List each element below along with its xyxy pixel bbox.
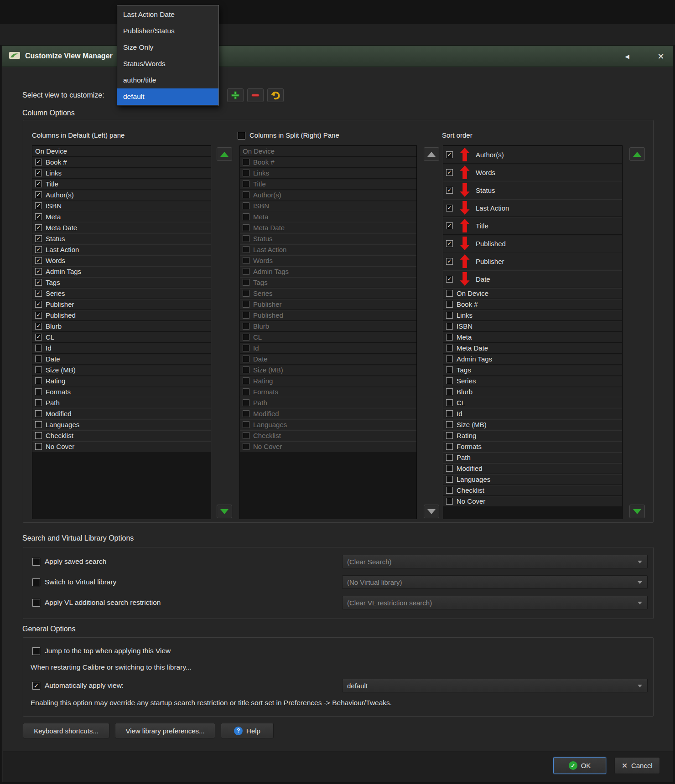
row-checkbox[interactable] — [446, 421, 453, 428]
row-checkbox[interactable] — [35, 334, 42, 340]
row-checkbox[interactable] — [446, 399, 453, 406]
row-checkbox[interactable] — [446, 377, 453, 384]
ok-button[interactable]: ✓ OK — [553, 757, 606, 774]
row-checkbox[interactable] — [446, 312, 453, 319]
row-checkbox[interactable] — [35, 268, 42, 275]
sort-row-formats[interactable]: Formats — [443, 441, 622, 452]
sort-order-list[interactable]: Author(s)WordsStatusLast ActionTitlePubl… — [443, 145, 623, 519]
jump-to-top-row[interactable]: Jump to the top when applying this View — [32, 644, 171, 658]
row-checkbox[interactable] — [35, 345, 42, 351]
sort-row-checklist[interactable]: Checklist — [443, 485, 622, 496]
sort-row-links[interactable]: Links — [443, 310, 622, 321]
sort-move-down-button[interactable] — [629, 505, 645, 518]
sort-row-no-cover[interactable]: No Cover — [443, 496, 622, 507]
menu-item-size-only[interactable]: Size Only — [117, 39, 218, 56]
row-checkbox[interactable] — [446, 432, 453, 439]
switch-virtual-library-row[interactable]: Switch to Virtual library — [32, 575, 116, 589]
row-checkbox[interactable] — [446, 258, 453, 265]
row-checkbox[interactable] — [35, 301, 42, 308]
row-checkbox[interactable] — [446, 388, 453, 395]
menu-item-publisher-status[interactable]: Publisher/Status — [117, 23, 218, 39]
row-checkbox[interactable] — [446, 356, 453, 362]
sort-row-date[interactable]: Date — [443, 270, 622, 288]
row-checkbox[interactable] — [35, 170, 42, 176]
sort-row-id[interactable]: Id — [443, 408, 622, 419]
remove-view-button[interactable] — [247, 88, 264, 102]
row-checkbox[interactable] — [446, 443, 453, 450]
row-checkbox[interactable] — [35, 290, 42, 297]
row-checkbox[interactable] — [35, 246, 42, 253]
virtual-library-dropdown[interactable]: (No Virtual library) — [342, 575, 648, 589]
column-row-publisher[interactable]: Publisher — [32, 299, 211, 310]
row-checkbox[interactable] — [35, 191, 42, 198]
sort-row-tags[interactable]: Tags — [443, 365, 622, 376]
column-row-date[interactable]: Date — [32, 354, 211, 365]
menu-item-author-title[interactable]: author/title — [117, 72, 218, 88]
row-checkbox[interactable] — [446, 205, 453, 211]
auto-apply-view-dropdown[interactable]: default — [342, 679, 648, 692]
keyboard-shortcuts-button[interactable]: Keyboard shortcuts... — [23, 723, 109, 738]
row-checkbox[interactable] — [35, 235, 42, 242]
undo-button[interactable] — [267, 88, 284, 102]
row-checkbox[interactable] — [446, 187, 453, 194]
vl-restriction-dropdown[interactable]: (Clear VL restriction search) — [342, 596, 648, 609]
row-checkbox[interactable] — [446, 334, 453, 340]
column-row-series[interactable]: Series — [32, 288, 211, 299]
row-checkbox[interactable] — [446, 498, 453, 505]
left-move-down-button[interactable] — [217, 505, 232, 518]
jump-to-top-checkbox[interactable] — [32, 647, 40, 655]
view-library-preferences-button[interactable]: View library preferences... — [115, 723, 215, 738]
sort-row-series[interactable]: Series — [443, 376, 622, 387]
column-row-no-cover[interactable]: No Cover — [32, 441, 211, 452]
apply-saved-search-row[interactable]: Apply saved search — [32, 555, 106, 568]
cancel-button[interactable]: ✕ Cancel — [614, 757, 660, 774]
row-checkbox[interactable] — [446, 366, 453, 373]
column-row-checklist[interactable]: Checklist — [32, 430, 211, 441]
collapse-arrow-icon[interactable]: ◀ — [621, 46, 633, 67]
row-checkbox[interactable] — [446, 410, 453, 417]
column-row-path[interactable]: Path — [32, 397, 211, 408]
row-checkbox[interactable] — [446, 151, 453, 158]
column-row-on-device[interactable]: On Device — [32, 146, 211, 157]
sort-row-isbn[interactable]: ISBN — [443, 321, 622, 332]
dialog-titlebar[interactable]: Customize View Manager — [2, 46, 673, 67]
column-row-book[interactable]: Book # — [32, 157, 211, 168]
sort-row-words[interactable]: Words — [443, 164, 622, 181]
sort-row-book[interactable]: Book # — [443, 299, 622, 310]
sort-row-modified[interactable]: Modified — [443, 463, 622, 474]
column-row-size-mb[interactable]: Size (MB) — [32, 365, 211, 376]
row-checkbox[interactable] — [446, 454, 453, 461]
row-checkbox[interactable] — [446, 323, 453, 330]
sort-row-published[interactable]: Published — [443, 235, 622, 253]
sort-row-author-s[interactable]: Author(s) — [443, 146, 622, 164]
switch-virtual-library-checkbox[interactable] — [32, 578, 40, 586]
column-row-isbn[interactable]: ISBN — [32, 201, 211, 211]
close-icon[interactable]: ✕ — [654, 46, 667, 67]
sort-row-rating[interactable]: Rating — [443, 430, 622, 441]
left-move-up-button[interactable] — [217, 147, 232, 161]
column-row-last-action[interactable]: Last Action — [32, 244, 211, 255]
sort-row-publisher[interactable]: Publisher — [443, 253, 622, 270]
row-checkbox[interactable] — [35, 181, 42, 187]
help-button[interactable]: ? Help — [221, 723, 274, 738]
column-row-id[interactable]: Id — [32, 343, 211, 354]
row-checkbox[interactable] — [35, 377, 42, 384]
row-checkbox[interactable] — [446, 465, 453, 472]
sort-row-size-mb[interactable]: Size (MB) — [443, 419, 622, 430]
column-row-blurb[interactable]: Blurb — [32, 321, 211, 332]
sort-row-status[interactable]: Status — [443, 181, 622, 199]
row-checkbox[interactable] — [35, 366, 42, 373]
column-row-rating[interactable]: Rating — [32, 376, 211, 387]
left-columns-list[interactable]: On DeviceBook #LinksTitleAuthor(s)ISBNMe… — [32, 145, 211, 519]
row-checkbox[interactable] — [35, 421, 42, 428]
row-checkbox[interactable] — [35, 224, 42, 231]
row-checkbox[interactable] — [35, 410, 42, 417]
row-checkbox[interactable] — [35, 279, 42, 286]
menu-item-default[interactable]: default — [117, 88, 218, 105]
apply-vl-restriction-row[interactable]: Apply VL additional search restriction — [32, 596, 161, 609]
split-pane-checkbox[interactable] — [238, 132, 245, 139]
sort-row-path[interactable]: Path — [443, 452, 622, 463]
row-checkbox[interactable] — [446, 301, 453, 308]
row-checkbox[interactable] — [35, 257, 42, 264]
sort-row-blurb[interactable]: Blurb — [443, 387, 622, 397]
